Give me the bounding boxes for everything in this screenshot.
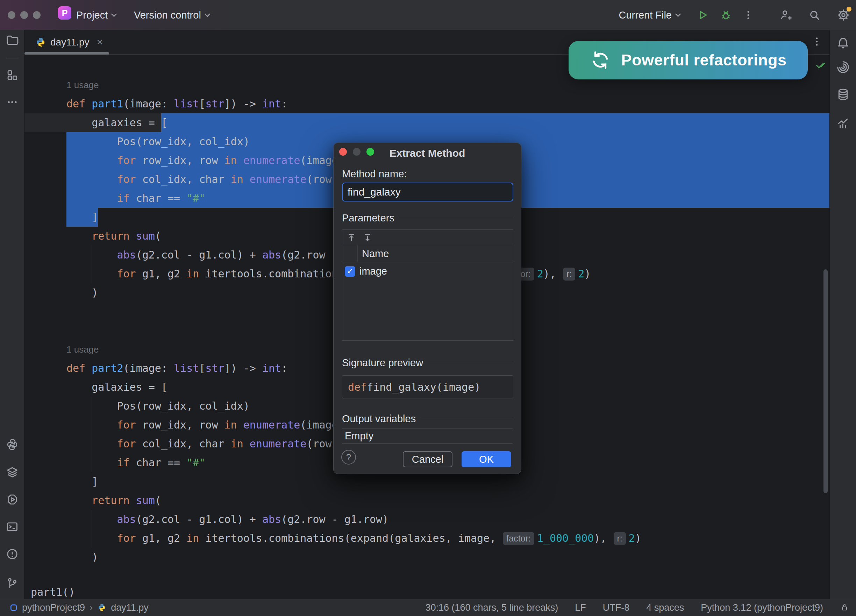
- editor-options-button[interactable]: [811, 36, 822, 49]
- run-configuration-selector[interactable]: Current File: [619, 9, 682, 21]
- run-button[interactable]: [697, 9, 709, 22]
- interpreter-widget[interactable]: Python 3.12 (pythonProject9): [701, 602, 823, 613]
- method-name-label: Method name:: [342, 168, 406, 180]
- signature-def-keyword: def: [348, 381, 367, 393]
- readonly-toggle[interactable]: [840, 603, 849, 612]
- tab-day11[interactable]: day11.py ✕: [25, 30, 103, 55]
- unlocked-padlock-icon: [840, 603, 849, 612]
- parameter-checkbox[interactable]: ✓: [345, 266, 355, 277]
- breadcrumb[interactable]: pythonProject9 › day11.py: [10, 602, 149, 613]
- kebab-menu-icon: [811, 36, 822, 47]
- divider: [6, 58, 18, 59]
- parameter-name: image: [359, 265, 387, 277]
- python-icon: [6, 438, 19, 451]
- folder-icon: [5, 33, 19, 47]
- bug-icon: [720, 9, 732, 22]
- code-line: ): [66, 548, 830, 567]
- close-window-button[interactable]: [8, 11, 15, 19]
- debug-button[interactable]: [720, 9, 732, 22]
- caret-line-gutter-highlight: [25, 113, 66, 132]
- help-button[interactable]: ?: [341, 450, 356, 465]
- project-menu-label: Project: [76, 9, 108, 21]
- activity-bar: [0, 30, 25, 599]
- parameters-table-header: Name: [342, 245, 513, 262]
- structure-icon: [6, 69, 19, 82]
- divider: [428, 363, 513, 363]
- editor-scrollbar[interactable]: [824, 270, 828, 493]
- bell-icon: [836, 36, 850, 50]
- arrow-down-icon: [363, 233, 373, 242]
- search-everywhere-button[interactable]: [808, 8, 821, 22]
- breadcrumb-separator-icon: ›: [89, 602, 93, 613]
- services-tool-button[interactable]: [6, 465, 19, 480]
- ok-button[interactable]: OK: [462, 451, 511, 467]
- minimize-window-button[interactable]: [20, 11, 28, 19]
- code-line: galaxies = [: [66, 113, 830, 132]
- parameters-label: Parameters: [342, 213, 394, 224]
- divider: [421, 419, 513, 419]
- indent-widget[interactable]: 4 spaces: [646, 602, 684, 613]
- ai-swirl-icon: [836, 60, 850, 74]
- checkmark-icon: [815, 59, 827, 71]
- commit-tool-button[interactable]: [6, 577, 19, 591]
- title-bar: P Project Version control Current File: [0, 0, 856, 30]
- endpoints-chart-button[interactable]: [836, 116, 850, 131]
- run-tool-button[interactable]: [6, 493, 19, 508]
- version-control-label: Version control: [134, 9, 201, 21]
- close-tab-icon[interactable]: ✕: [97, 37, 103, 47]
- ellipsis-icon: [6, 96, 18, 108]
- breadcrumb-project[interactable]: pythonProject9: [22, 602, 85, 613]
- parameter-row[interactable]: ✓ image: [342, 262, 513, 280]
- chart-icon: [836, 116, 850, 130]
- move-down-button[interactable]: [363, 233, 373, 242]
- ai-assistant-button[interactable]: [836, 60, 850, 75]
- warning-circle-icon: [6, 547, 19, 561]
- inspections-status-widget[interactable]: [815, 59, 827, 72]
- encoding-widget[interactable]: UTF-8: [603, 602, 630, 613]
- python-console-button[interactable]: [6, 438, 19, 453]
- more-actions-button[interactable]: [743, 9, 754, 21]
- output-variables-label: Output variables: [342, 413, 416, 425]
- code-line: abs(g2.col - g1.col) + abs(g2.row - g1.r…: [66, 510, 830, 529]
- method-name-value: find_galaxy: [348, 186, 401, 198]
- structure-tool-button[interactable]: [6, 69, 19, 83]
- dialog-title: Extract Method: [334, 147, 521, 159]
- more-tool-windows-button[interactable]: [6, 96, 18, 109]
- database-tool-button[interactable]: [836, 88, 850, 103]
- problems-tool-button[interactable]: [6, 547, 19, 562]
- hexagon-play-icon: [6, 493, 19, 506]
- cancel-button[interactable]: Cancel: [403, 451, 453, 467]
- kebab-menu-icon: [743, 9, 754, 21]
- zoom-window-button[interactable]: [33, 11, 40, 19]
- parameters-panel: Name ✓ image: [342, 229, 513, 341]
- sticky-context-line[interactable]: part1(): [31, 585, 75, 599]
- method-name-input[interactable]: find_galaxy: [342, 183, 513, 202]
- banner-label: Powerful refactorings: [621, 51, 787, 69]
- name-column-header: Name: [358, 245, 389, 262]
- project-tool-button[interactable]: [5, 33, 19, 49]
- git-branch-icon: [6, 577, 19, 590]
- caret-position-widget[interactable]: 30:16 (160 chars, 5 line breaks): [425, 602, 558, 613]
- version-control-menu[interactable]: Version control: [134, 0, 211, 30]
- parameters-section-header: Parameters: [342, 213, 513, 224]
- terminal-tool-button[interactable]: [6, 520, 19, 535]
- module-icon: [10, 604, 17, 611]
- selection-highlight: [: [161, 113, 830, 132]
- project-menu[interactable]: Project: [76, 0, 117, 30]
- notifications-button[interactable]: [836, 36, 850, 52]
- settings-button[interactable]: [836, 8, 850, 22]
- line-ending-widget[interactable]: LF: [575, 602, 586, 613]
- code-line: for g1, g2 in itertools.combinations(exp…: [66, 529, 830, 548]
- move-up-button[interactable]: [346, 233, 356, 242]
- selection-highlight: ]: [66, 208, 98, 227]
- window-controls[interactable]: [8, 11, 40, 19]
- pycharm-logo: P: [58, 6, 71, 20]
- output-variables-list: Empty: [342, 428, 513, 444]
- code-line: return sum(: [66, 491, 830, 510]
- breadcrumb-file[interactable]: day11.py: [111, 602, 149, 613]
- right-tool-bar: [830, 30, 856, 599]
- run-configuration-label: Current File: [619, 9, 672, 21]
- code-with-me-button[interactable]: [779, 8, 792, 22]
- layers-icon: [6, 465, 19, 479]
- signature-preview-label: Signature preview: [342, 357, 423, 369]
